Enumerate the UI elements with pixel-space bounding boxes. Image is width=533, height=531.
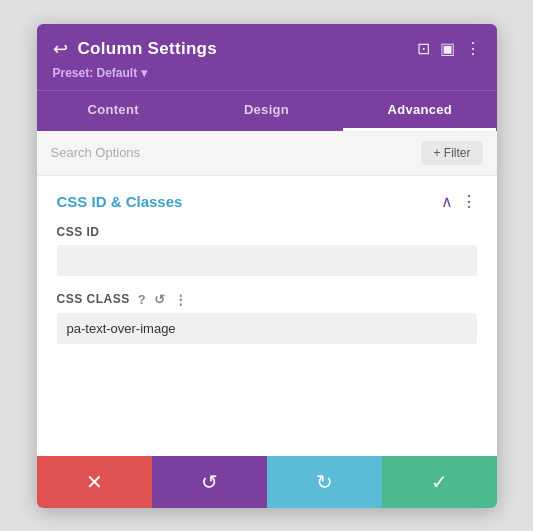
header-icon-group: ⊡ ▣ ⋮ <box>417 39 481 58</box>
panel-header: ↩ Column Settings ⊡ ▣ ⋮ Preset: Default … <box>37 24 497 90</box>
more-options-icon[interactable]: ⋮ <box>465 39 481 58</box>
css-class-field-group: CSS Class ? ↺ ⋮ <box>57 292 477 344</box>
bottom-toolbar: ✕ ↺ ↻ ✓ <box>37 456 497 508</box>
grid-icon[interactable]: ▣ <box>440 39 455 58</box>
section-more-icon[interactable]: ⋮ <box>461 192 477 211</box>
tab-bar: Content Design Advanced <box>37 90 497 131</box>
field-more-icon[interactable]: ⋮ <box>174 292 188 307</box>
column-settings-panel: ↩ Column Settings ⊡ ▣ ⋮ Preset: Default … <box>37 24 497 508</box>
reset-button[interactable]: ↺ <box>152 456 267 508</box>
save-button[interactable]: ✓ <box>382 456 497 508</box>
header-left: ↩ Column Settings <box>53 38 218 60</box>
fullscreen-icon[interactable]: ⊡ <box>417 39 430 58</box>
preset-chevron-icon: ▾ <box>141 66 147 80</box>
back-icon[interactable]: ↩ <box>53 38 68 60</box>
search-bar: Search Options + Filter <box>37 131 497 176</box>
tab-design[interactable]: Design <box>190 91 343 131</box>
css-id-label: CSS ID <box>57 225 477 239</box>
content-area: CSS ID & Classes ∧ ⋮ CSS ID CSS Class ? … <box>37 176 497 456</box>
redo-button[interactable]: ↻ <box>267 456 382 508</box>
header-top-row: ↩ Column Settings ⊡ ▣ ⋮ <box>53 38 481 60</box>
css-class-label: CSS Class ? ↺ ⋮ <box>57 292 477 307</box>
help-icon[interactable]: ? <box>138 292 146 307</box>
css-section-title: CSS ID & Classes <box>57 193 183 210</box>
css-class-input[interactable] <box>57 313 477 344</box>
cancel-button[interactable]: ✕ <box>37 456 152 508</box>
preset-selector[interactable]: Preset: Default ▾ <box>53 66 481 80</box>
css-id-field-group: CSS ID <box>57 225 477 276</box>
panel-title: Column Settings <box>78 39 218 59</box>
reset-field-icon[interactable]: ↺ <box>154 292 166 307</box>
css-section-header: CSS ID & Classes ∧ ⋮ <box>57 192 477 211</box>
css-class-label-text: CSS Class <box>57 292 130 306</box>
collapse-icon[interactable]: ∧ <box>441 192 453 211</box>
filter-button[interactable]: + Filter <box>421 141 482 165</box>
css-id-input[interactable] <box>57 245 477 276</box>
tab-advanced[interactable]: Advanced <box>343 91 496 131</box>
section-controls: ∧ ⋮ <box>441 192 477 211</box>
preset-label: Preset: Default <box>53 66 138 80</box>
search-placeholder-text: Search Options <box>51 145 141 160</box>
tab-content[interactable]: Content <box>37 91 190 131</box>
